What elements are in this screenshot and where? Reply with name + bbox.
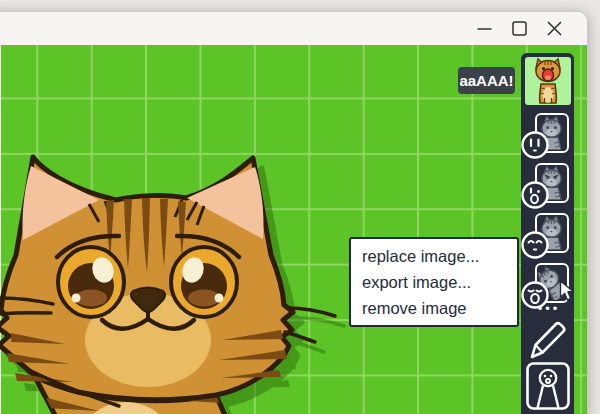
sidebar-thumbnail-2[interactable] bbox=[521, 163, 574, 211]
title-bar[interactable] bbox=[0, 12, 587, 45]
app-window: aaAAA! replace image... export image... … bbox=[0, 11, 588, 414]
sidebar: ••• bbox=[521, 53, 574, 414]
stage-canvas[interactable] bbox=[1, 45, 587, 414]
sidebar-thumbnail-3[interactable] bbox=[521, 213, 574, 261]
close-icon bbox=[547, 21, 562, 36]
maximize-icon bbox=[512, 21, 527, 36]
puppet-tool-button[interactable] bbox=[526, 362, 570, 410]
menu-item-export-image[interactable]: export image... bbox=[351, 269, 517, 295]
pencil-icon bbox=[528, 319, 568, 361]
expression-badge-sleepy bbox=[520, 230, 550, 260]
minimize-button[interactable] bbox=[469, 12, 499, 45]
expression-badge-startled bbox=[520, 130, 550, 160]
context-menu: replace image... export image... remove … bbox=[349, 237, 519, 327]
minimize-icon bbox=[477, 21, 492, 36]
maximize-button[interactable] bbox=[504, 12, 534, 45]
menu-item-remove-image[interactable]: remove image bbox=[351, 295, 517, 321]
active-thumbnail[interactable] bbox=[525, 57, 571, 105]
yelling-cat-thumbnail-image bbox=[525, 57, 571, 105]
speech-bubble[interactable]: aaAAA! bbox=[458, 67, 515, 94]
expression-badge-shocked bbox=[520, 180, 550, 210]
draw-tool-button[interactable] bbox=[528, 319, 568, 361]
app-screen: aaAAA! replace image... export image... … bbox=[0, 0, 600, 414]
menu-item-replace-image[interactable]: replace image... bbox=[351, 243, 517, 269]
cat-sprite[interactable] bbox=[0, 140, 401, 414]
more-items-indicator[interactable]: ••• bbox=[521, 301, 574, 316]
puppet-icon bbox=[526, 362, 570, 410]
sidebar-thumbnail-1[interactable] bbox=[521, 113, 574, 161]
close-button[interactable] bbox=[539, 12, 569, 45]
